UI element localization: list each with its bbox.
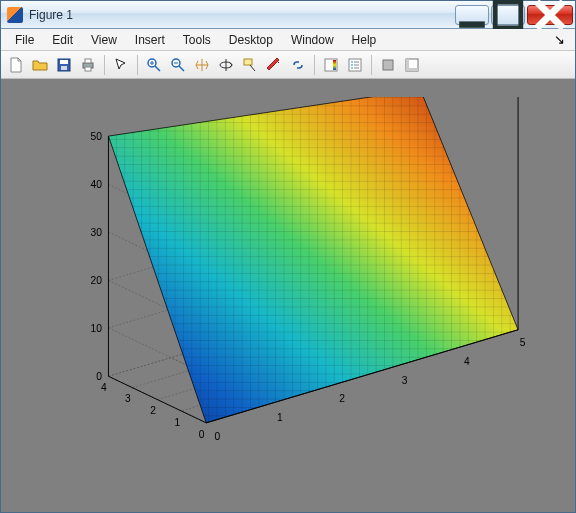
zoom-in-icon [146, 57, 162, 73]
titlebar: Figure 1 [1, 1, 575, 29]
separator [314, 55, 315, 75]
svg-text:20: 20 [91, 275, 103, 286]
dock-toggle-icon[interactable]: ↘ [550, 32, 569, 47]
svg-rect-18 [406, 68, 418, 71]
svg-text:1: 1 [277, 412, 283, 423]
print-button[interactable] [77, 54, 99, 76]
show-plot-tools-button[interactable] [401, 54, 423, 76]
svg-text:2: 2 [150, 405, 156, 416]
show-tools-icon [404, 57, 420, 73]
separator [104, 55, 105, 75]
rotate3d-button[interactable] [215, 54, 237, 76]
svg-text:5: 5 [520, 337, 526, 348]
insert-colorbar-button[interactable] [320, 54, 342, 76]
svg-text:3: 3 [402, 375, 408, 386]
svg-rect-6 [85, 59, 91, 63]
figure-window: Figure 1 File Edit View Insert Tools Des… [0, 0, 576, 513]
zoom-out-button[interactable] [167, 54, 189, 76]
arrow-icon [113, 57, 129, 73]
open-icon [32, 57, 48, 73]
minimize-icon [456, 0, 488, 31]
menu-window[interactable]: Window [283, 31, 342, 49]
menu-file[interactable]: File [7, 31, 42, 49]
hide-tools-icon [380, 57, 396, 73]
zoom-out-icon [170, 57, 186, 73]
minimize-button[interactable] [455, 5, 489, 25]
datacursor-button[interactable] [239, 54, 261, 76]
menu-tools[interactable]: Tools [175, 31, 219, 49]
svg-text:1: 1 [174, 417, 180, 428]
datacursor-icon [242, 57, 258, 73]
surface-plot: 0 10 20 30 40 50 0 1 2 3 4 0 1 2 [29, 97, 551, 488]
pan-button[interactable] [191, 54, 213, 76]
rotate3d-icon [218, 57, 234, 73]
svg-rect-11 [244, 59, 252, 65]
svg-text:3: 3 [125, 393, 131, 404]
menubar: File Edit View Insert Tools Desktop Wind… [1, 29, 575, 51]
svg-text:0: 0 [96, 371, 102, 382]
svg-text:0: 0 [199, 429, 205, 440]
svg-rect-7 [85, 67, 91, 71]
edit-plot-button[interactable] [110, 54, 132, 76]
save-button[interactable] [53, 54, 75, 76]
window-buttons [453, 5, 573, 25]
close-button[interactable] [527, 5, 573, 25]
svg-rect-3 [60, 60, 68, 64]
menu-view[interactable]: View [83, 31, 125, 49]
brush-icon [266, 57, 282, 73]
svg-rect-4 [61, 66, 67, 70]
svg-text:4: 4 [464, 356, 470, 367]
legend-icon [347, 57, 363, 73]
link-icon [290, 57, 306, 73]
svg-rect-13 [333, 60, 336, 70]
menu-edit[interactable]: Edit [44, 31, 81, 49]
open-button[interactable] [29, 54, 51, 76]
brush-button[interactable] [263, 54, 285, 76]
svg-rect-15 [383, 60, 393, 70]
axes-3d[interactable]: 0 10 20 30 40 50 0 1 2 3 4 0 1 2 [29, 97, 551, 488]
svg-text:4: 4 [101, 382, 107, 393]
colorbar-icon [323, 57, 339, 73]
separator [137, 55, 138, 75]
app-icon [7, 7, 23, 23]
maximize-icon [492, 0, 524, 31]
svg-text:40: 40 [91, 179, 103, 190]
print-icon [80, 57, 96, 73]
svg-rect-1 [495, 2, 521, 28]
svg-text:50: 50 [91, 131, 103, 142]
menu-insert[interactable]: Insert [127, 31, 173, 49]
svg-text:0: 0 [215, 431, 221, 442]
new-figure-button[interactable] [5, 54, 27, 76]
menu-desktop[interactable]: Desktop [221, 31, 281, 49]
svg-text:10: 10 [91, 323, 103, 334]
new-file-icon [8, 57, 24, 73]
toolbar [1, 51, 575, 79]
menu-help[interactable]: Help [344, 31, 385, 49]
plot-area[interactable]: 0 10 20 30 40 50 0 1 2 3 4 0 1 2 [1, 79, 575, 512]
zoom-in-button[interactable] [143, 54, 165, 76]
svg-text:30: 30 [91, 227, 103, 238]
maximize-button[interactable] [491, 5, 525, 25]
svg-rect-0 [459, 21, 485, 27]
insert-legend-button[interactable] [344, 54, 366, 76]
window-title: Figure 1 [29, 8, 453, 22]
hide-plot-tools-button[interactable] [377, 54, 399, 76]
link-button[interactable] [287, 54, 309, 76]
save-icon [56, 57, 72, 73]
separator [371, 55, 372, 75]
z-axis-ticks: 0 10 20 30 40 50 [91, 131, 103, 382]
svg-text:2: 2 [339, 393, 345, 404]
pan-icon [194, 57, 210, 73]
